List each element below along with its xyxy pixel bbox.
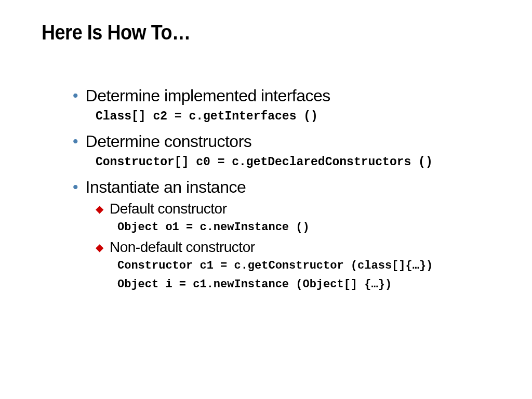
slide-title: Here Is How To… xyxy=(42,21,446,44)
code-line: Object o1 = c.newInstance () xyxy=(117,220,490,235)
bullet-icon: • xyxy=(73,177,78,197)
list-subitem: ◆ Default constructor xyxy=(96,200,490,218)
list-item: • Determine implemented interfaces xyxy=(73,86,490,105)
code-line: Object i = c1.newInstance (Object[] {…}) xyxy=(117,277,490,292)
list-item: • Determine constructors xyxy=(73,131,490,151)
slide-content: • Determine implemented interfaces Class… xyxy=(42,86,490,292)
code-line: Constructor c1 = c.getConstructor (class… xyxy=(117,258,490,274)
list-item-text: Determine constructors xyxy=(86,131,252,151)
list-subitem-text: Non-default constructor xyxy=(110,238,255,256)
list-subitem-text: Default constructor xyxy=(110,200,227,218)
code-line: Class[] c2 = c.getInterfaces () xyxy=(96,109,490,124)
bullet-icon: • xyxy=(73,86,78,105)
list-subitem: ◆ Non-default constructor xyxy=(96,238,490,256)
bullet-icon: • xyxy=(73,131,78,151)
list-item: • Instantiate an instance xyxy=(73,177,490,197)
diamond-icon: ◆ xyxy=(96,200,103,218)
diamond-icon: ◆ xyxy=(96,238,103,256)
list-item-text: Instantiate an instance xyxy=(86,177,246,197)
code-line: Constructor[] c0 = c.getDeclaredConstruc… xyxy=(96,154,490,170)
list-item-text: Determine implemented interfaces xyxy=(86,86,330,105)
